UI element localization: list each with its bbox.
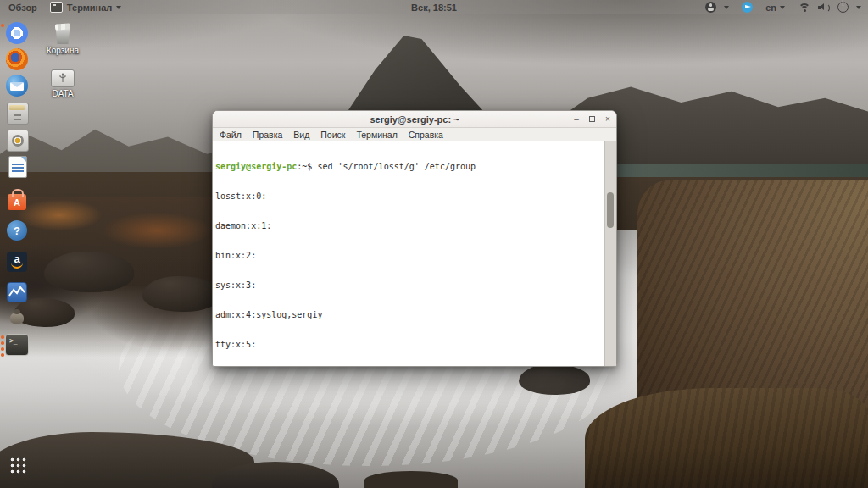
help-icon: ? [7,220,27,241]
terminal-command: sed 's/root/losst/g' /etc/group [317,162,476,171]
usb-drive-icon [51,69,75,87]
dock-item-robot-app[interactable] [5,311,29,335]
dock-item-help[interactable]: ? [5,219,29,242]
desktop-icon-label: Корзина [47,46,79,55]
running-indicator-dot [1,24,4,27]
dock-item-ubuntu-software[interactable]: A [5,189,29,213]
amazon-icon: a [7,252,27,272]
system-monitor-icon [7,282,27,302]
show-applications-button[interactable] [5,456,29,480]
terminal-output-line: adm:x:4:syslog,sergiy [215,310,603,320]
wallpaper-bottom-rocks-right [585,388,868,488]
prompt-path: :~$ [297,162,312,171]
menu-search[interactable]: Поиск [320,130,345,140]
terminal-output-line: tty:x:5: [215,340,603,350]
speaker-icon [7,130,29,152]
scrollbar-thumb[interactable] [607,192,614,228]
dock-item-rhythmbox[interactable] [5,128,29,152]
minimize-button[interactable]: – [572,115,581,124]
terminal-output-line: bin:x:2: [215,251,603,261]
running-indicator-dot [1,347,4,351]
envelope-flap [10,82,24,87]
chevron-down-icon [724,6,729,9]
running-indicator-dot [1,353,4,357]
dock-item-thunderbird[interactable] [5,74,29,97]
window-titlebar[interactable]: sergiy@sergiy-pc: ~ – × [213,111,616,128]
terminal-content[interactable]: sergiy@sergiy-pc:~$sed 's/root/losst/g' … [213,141,616,367]
menu-edit[interactable]: Правка [253,130,282,140]
terminal-icon: >_ [5,334,29,356]
terminal-window-icon [50,2,63,13]
running-indicator-dot [1,336,4,339]
dock-item-system-monitor[interactable] [5,280,29,304]
wallpaper-lake [573,164,868,177]
usb-glyph [58,73,67,84]
chevron-down-icon [856,6,861,9]
running-indicator-dot [1,341,4,345]
accessibility-icon[interactable] [705,2,716,13]
wallpaper-rock [519,364,590,395]
dock-item-firefox[interactable] [5,47,29,71]
window-controls: – × [572,111,612,127]
chevron-down-icon [116,6,121,9]
terminal-output-line: daemon:x:1: [215,221,603,231]
wifi-icon[interactable] [798,3,810,13]
terminal-output-line: sys:x:3: [215,280,603,291]
apps-grid-icon [8,456,26,474]
desktop-icon-label: DATA [52,89,73,98]
window-title: sergiy@sergiy-pc: ~ [370,114,459,125]
maximize-button[interactable] [589,116,595,122]
wallpaper-bottom-rocks [364,471,458,488]
wallpaper-rock [142,276,220,312]
dock-item-libreoffice-writer[interactable] [5,154,29,178]
robot-icon [10,313,24,324]
chevron-down-icon [780,6,785,9]
file-cabinet-icon [7,103,29,125]
menu-terminal[interactable]: Терминал [356,130,397,140]
terminal-window: sergiy@sergiy-pc: ~ – × Файл Правка Вид … [212,110,617,367]
menu-file[interactable]: Файл [220,130,242,140]
volume-icon[interactable] [818,3,830,13]
app-menu-button[interactable]: Терминал [50,2,122,13]
menu-view[interactable]: Вид [293,130,309,140]
activities-button[interactable]: Обзор [8,3,37,13]
telegram-icon[interactable] [742,2,753,13]
software-bag-icon: A [8,194,26,210]
menu-bar: Файл Правка Вид Поиск Терминал Справка [213,128,616,141]
desktop: Обзор Терминал Вск, 18:51 en К [0,0,868,488]
dock-item-terminal[interactable]: >_ [5,334,29,358]
document-icon [8,156,27,178]
dock-item-chromium[interactable] [5,21,29,45]
app-menu-label: Терминал [67,3,113,13]
keyboard-layout-label: en [765,3,776,13]
power-icon[interactable] [837,2,849,13]
dock-item-amazon[interactable]: a [5,250,29,274]
keyboard-layout-button[interactable]: en [765,3,785,13]
dock: A ? a >_ [0,0,36,488]
chromium-icon [6,22,28,44]
close-button[interactable]: × [604,115,612,124]
top-panel: Обзор Терминал Вск, 18:51 en [0,0,868,14]
scrollbar[interactable] [604,141,616,367]
trash-icon [53,24,73,44]
firefox-icon [6,48,28,70]
desktop-icon-data-drive[interactable]: DATA [42,66,83,98]
menu-help[interactable]: Справка [409,130,443,140]
terminal-prompt-line: sergiy@sergiy-pc:~$sed 's/root/losst/g' … [215,162,603,172]
desktop-icon-trash[interactable]: Корзина [42,24,83,55]
terminal-output-line: losst:x:0: [215,191,603,202]
prompt-user: sergiy@sergiy-pc [215,162,297,171]
wallpaper-rock [44,252,134,292]
dock-item-file-manager[interactable] [5,101,29,125]
